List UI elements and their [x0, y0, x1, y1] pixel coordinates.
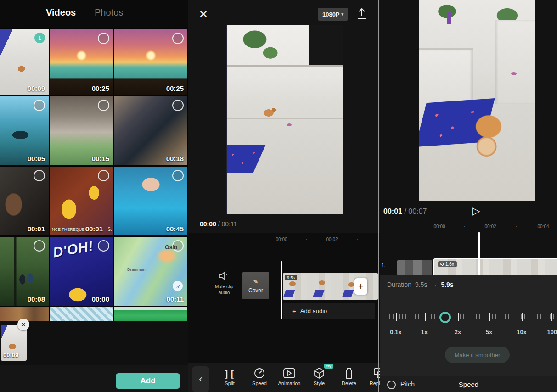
toolbar-style[interactable]: Style — [305, 366, 333, 386]
speed-tick-label[interactable]: 5x — [486, 329, 492, 336]
back-button[interactable]: ‹ — [192, 366, 209, 392]
video-thumbnail[interactable]: 00:25 — [114, 29, 187, 95]
speed-tick-label[interactable]: 1x — [421, 329, 428, 336]
toolbar-speed[interactable]: Speed — [245, 366, 274, 386]
video-thumbnail[interactable]: 00:25 — [50, 29, 113, 95]
selected-clips-tray: 00:09 ✕ — [0, 321, 188, 365]
video-thumbnail[interactable]: 00:05 — [0, 96, 49, 165]
export-icon[interactable] — [356, 7, 367, 20]
add-button[interactable]: Add — [116, 373, 180, 389]
ruler-dot: · — [306, 237, 307, 242]
video-duration: 00:00 — [92, 295, 109, 303]
ruler-dot: · — [464, 224, 465, 229]
mat — [226, 145, 265, 173]
ruler-label: 00:02 — [484, 224, 496, 229]
chevron-down-icon: ▾ — [342, 12, 344, 17]
select-circle[interactable] — [172, 100, 184, 111]
video-thumbnail[interactable]: NCE THEREQUE S. 00:01 — [50, 167, 113, 235]
close-icon[interactable]: ✕ — [198, 8, 208, 20]
map-locate-icon — [173, 281, 183, 291]
video-thumbnail[interactable]: D'OH! 00:00 — [50, 237, 113, 306]
plant — [231, 25, 287, 74]
resolution-button[interactable]: 1080P ▾ — [318, 8, 348, 21]
panel-divider — [378, 0, 379, 392]
ruler-label: 00:02 — [326, 237, 338, 242]
select-circle[interactable] — [34, 170, 45, 181]
duration-summary: Duration 9.5s → 5.9s — [387, 281, 454, 288]
thumbnail-caption-suffix: S. — [108, 227, 112, 232]
mute-label-line1: Mute clip — [212, 284, 236, 290]
picker-bottom-bar: Add — [0, 365, 188, 392]
select-circle[interactable] — [34, 240, 45, 252]
editor-panel: ✕ 1080P ▾ 00:00 / 00:11 — [188, 0, 380, 392]
playhead[interactable] — [281, 261, 282, 319]
selection-count-badge[interactable]: 1 — [34, 33, 45, 43]
cover-button[interactable]: ✎ Cover — [242, 272, 269, 299]
dog — [259, 105, 278, 118]
speed-tick-label[interactable]: 10x — [517, 329, 527, 336]
tab-photos[interactable]: Photos — [95, 7, 123, 18]
add-audio-row[interactable]: + Add audio — [283, 303, 375, 319]
capcut-app: Videos Photos 1 00:09 00:25 00:25 00:05 … — [0, 0, 557, 392]
video-thumbnail[interactable]: 00:08 — [0, 237, 49, 306]
tab-videos[interactable]: Videos — [46, 7, 76, 18]
speed-slider-knob[interactable] — [439, 312, 451, 323]
toolbar-split[interactable]: ][ Split — [215, 366, 244, 386]
playback-bar: 00:00 / 00:11 ▷ ↺ ↻ — [188, 214, 380, 233]
video-duration: 00:08 — [28, 295, 45, 303]
ruler-dot: · — [515, 224, 517, 229]
clip-speed-badge: 1.6x — [438, 261, 457, 267]
select-circle[interactable] — [172, 170, 184, 181]
tv — [309, 25, 343, 65]
mute-label-line2: audio — [212, 290, 236, 296]
toolbar-delete[interactable]: Delete — [335, 366, 363, 386]
remove-clip-button[interactable]: ✕ — [17, 319, 29, 330]
clip-duration-badge: 9.5s — [285, 275, 297, 280]
dog — [463, 104, 514, 163]
speed-slider[interactable] — [389, 311, 557, 323]
speed-tick-label[interactable]: 100x — [547, 329, 557, 336]
plus-icon: + — [292, 307, 296, 315]
select-circle[interactable] — [98, 33, 109, 44]
select-circle[interactable] — [172, 33, 184, 44]
video-duration: 00:09 — [28, 84, 45, 92]
select-circle[interactable] — [98, 240, 109, 252]
video-thumbnail[interactable]: 00:01 — [0, 167, 49, 235]
video-duration: 00:05 — [28, 155, 45, 162]
selected-timeline-clip[interactable]: 1.6x — [433, 258, 557, 276]
toolbar-replace[interactable]: Replace — [365, 366, 380, 386]
try-badge: try — [324, 364, 333, 369]
select-circle[interactable] — [34, 100, 45, 111]
video-thumbnail[interactable] — [50, 307, 113, 321]
select-circle[interactable] — [98, 170, 109, 181]
sheet-bottom-bar: Pitch Speed — [380, 376, 557, 392]
timeline-area: 00:00 · 00:02 · Mute clip audio ✎ Cover — [188, 233, 380, 363]
video-thumbnail[interactable]: 00:18 — [114, 96, 187, 165]
speed-tick-label[interactable]: 0.1x — [390, 329, 401, 336]
ruler-label: 00:00 — [276, 237, 287, 242]
video-preview[interactable] — [226, 25, 343, 214]
thumbnail-caption: NCE THEREQUE — [52, 227, 84, 232]
video-preview[interactable] — [419, 0, 535, 201]
add-clip-button[interactable]: + — [354, 278, 367, 295]
speed-editor-panel: 00:01 / 00:07 ▷ 00:00 · 00:02 · 00:04 1.… — [380, 0, 557, 392]
adjacent-clip[interactable] — [397, 260, 432, 275]
video-thumbnail[interactable] — [114, 307, 187, 321]
speed-icon — [245, 366, 274, 379]
video-thumbnail[interactable]: 00:15 — [50, 96, 113, 165]
make-it-smoother-button[interactable]: Make it smoother — [445, 347, 510, 363]
video-thumbnail[interactable]: Oslo Drammen 00:11 — [114, 237, 187, 306]
mute-clip-audio-button[interactable]: Mute clip audio — [212, 271, 236, 296]
playhead[interactable] — [478, 232, 480, 275]
select-circle[interactable] — [98, 100, 109, 111]
video-duration: 00:25 — [92, 84, 109, 92]
toy — [287, 123, 292, 126]
speed-tick-label[interactable]: 2x — [455, 329, 461, 336]
ruler-label: 00:04 — [537, 224, 549, 229]
video-thumbnail[interactable]: 00:45 — [114, 167, 187, 235]
toolbar-animation[interactable]: Animation — [275, 366, 304, 386]
video-duration: 00:18 — [166, 155, 184, 162]
video-thumbnail[interactable]: 1 00:09 — [0, 29, 49, 95]
preview-frame — [419, 0, 535, 201]
play-icon[interactable]: ▷ — [472, 205, 480, 217]
